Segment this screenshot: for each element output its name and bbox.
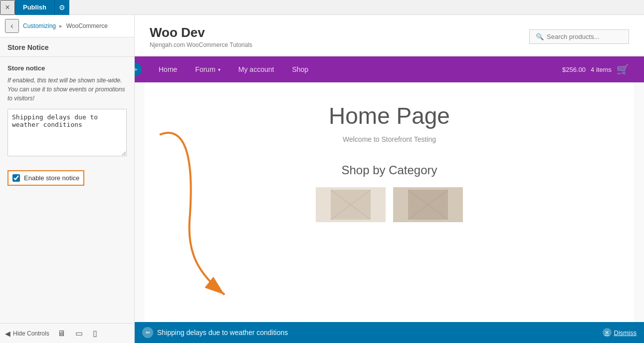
nav-cart: $256.00 4 items 🛒	[562, 63, 629, 75]
breadcrumb: Customizing ▸ WooCommerce	[23, 22, 108, 29]
product-thumb-2	[393, 187, 463, 222]
notice-bar-left: ✏ Shipping delays due to weather conditi…	[142, 327, 288, 338]
hide-controls-button[interactable]: ◀ Hide Controls	[5, 330, 49, 338]
top-bar: × Publish ⚙	[0, 0, 644, 15]
nav-my-account[interactable]: My account	[229, 56, 283, 82]
search-input[interactable]	[547, 33, 623, 40]
nav-edit-pencil[interactable]: ✏	[135, 62, 142, 76]
dismiss-button[interactable]: ✕ Dismiss	[603, 328, 637, 337]
bottom-controls: ◀ Hide Controls 🖥 ▭ ▯	[0, 323, 134, 343]
enable-notice-checkbox[interactable]	[12, 174, 20, 182]
store-notice-bar: ✏ Shipping delays due to weather conditi…	[135, 322, 644, 343]
cart-items: 4 items	[591, 66, 612, 73]
section-title: Store Notice	[7, 43, 127, 51]
notice-edit-icon: ✏	[142, 327, 153, 338]
forum-label: Forum	[195, 65, 215, 73]
sidebar-content: Store notice If enabled, this text will …	[0, 57, 134, 323]
home-page-title: Home Page	[155, 102, 624, 129]
product-thumb-1	[316, 187, 386, 222]
search-icon: 🔍	[536, 33, 544, 40]
publish-button[interactable]: Publish	[15, 0, 54, 15]
back-icon: ‹	[10, 21, 13, 30]
hide-controls-label: Hide Controls	[13, 330, 49, 337]
sidebar: ‹ Customizing ▸ WooCommerce Store Notice…	[0, 15, 135, 343]
forum-chevron-icon: ▾	[218, 67, 220, 72]
enable-store-notice-row: Enable store notice	[7, 170, 84, 186]
store-notice-description: If enabled, this text will be shown site…	[7, 76, 127, 103]
dismiss-icon: ✕	[603, 328, 612, 337]
mobile-view-button[interactable]: ▯	[91, 327, 99, 340]
notice-bar-text: Shipping delays due to weather condition…	[157, 329, 288, 337]
settings-button[interactable]: ⚙	[54, 0, 69, 15]
nav-shop[interactable]: Shop	[283, 56, 317, 82]
tablet-view-button[interactable]: ▭	[73, 327, 85, 340]
site-header: Woo Dev Njengah.com WooCommerce Tutorial…	[135, 15, 644, 56]
hide-controls-icon: ◀	[5, 330, 10, 338]
main-layout: ‹ Customizing ▸ WooCommerce Store Notice…	[0, 15, 644, 343]
site-branding: Woo Dev Njengah.com WooCommerce Tutorial…	[150, 25, 252, 48]
preview-area: Woo Dev Njengah.com WooCommerce Tutorial…	[135, 15, 644, 343]
site-nav: ✏ Home Forum ▾ My account Shop $256.00 4…	[135, 56, 644, 82]
section-title-bar: Store Notice	[0, 37, 134, 57]
breadcrumb-current: WooCommerce	[66, 22, 108, 29]
publish-area: Publish ⚙	[15, 0, 69, 15]
desktop-view-button[interactable]: 🖥	[55, 327, 67, 340]
search-box: 🔍	[529, 29, 629, 44]
store-notice-label: Store notice	[7, 64, 127, 72]
cart-amount: $256.00	[562, 66, 586, 73]
content-white-box: Home Page Welcome to Storefront Testing …	[145, 82, 634, 322]
close-button[interactable]: ×	[0, 0, 15, 15]
notice-textarea[interactable]: Shipping delays due to weather condition…	[7, 109, 127, 156]
dismiss-label: Dismiss	[614, 329, 637, 337]
cart-icon[interactable]: 🛒	[617, 63, 629, 75]
nav-links: Home Forum ▾ My account Shop	[150, 56, 317, 82]
site-tagline: Njengah.com WooCommerce Tutorials	[150, 41, 252, 48]
site-title: Woo Dev	[150, 25, 252, 40]
enable-notice-label[interactable]: Enable store notice	[24, 174, 79, 182]
main-content: Home Page Welcome to Storefront Testing …	[135, 82, 644, 322]
breadcrumb-sep: ▸	[59, 22, 62, 29]
breadcrumb-root-link[interactable]: Customizing	[23, 22, 56, 29]
shop-by-category-title: Shop by Category	[155, 163, 624, 177]
back-button[interactable]: ‹	[5, 19, 19, 33]
nav-forum[interactable]: Forum ▾	[186, 56, 229, 82]
product-thumbnails	[155, 187, 624, 222]
nav-home[interactable]: Home	[150, 56, 186, 82]
sidebar-header: ‹ Customizing ▸ WooCommerce	[0, 15, 134, 37]
home-page-subtitle: Welcome to Storefront Testing	[155, 135, 624, 143]
